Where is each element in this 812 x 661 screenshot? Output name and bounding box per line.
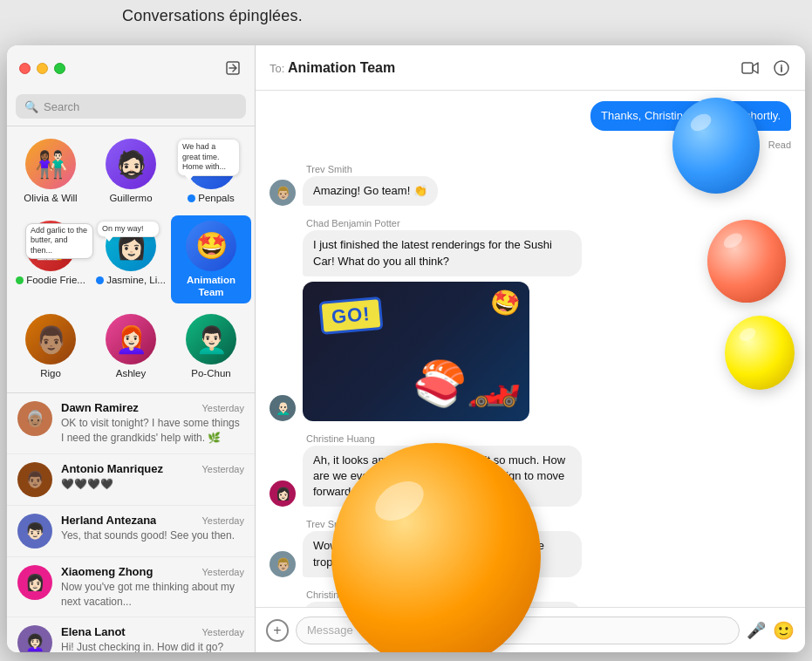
jasmine-dot: [96, 276, 104, 284]
pinned-avatar-animation: 🤩: [186, 221, 236, 271]
avatar-trev: 👨🏼: [270, 180, 296, 206]
info-icon[interactable]: [772, 58, 791, 78]
conv-time-herland: Yesterday: [201, 515, 244, 526]
pinned-grid-row3: 👨🏽 Rigo 👩🏻‍🦰 Ashley 👨🏻‍🦱 Po-Chun: [7, 307, 255, 393]
pinned-avatar-pochun: 👨🏻‍🦱: [186, 314, 236, 365]
pinned-name-penpals: Penpals: [188, 193, 235, 205]
conv-item-herland[interactable]: 👦🏻 Herland Antezana Yesterday Yes, that …: [7, 506, 255, 557]
pinned-avatar-olivia-will: 👩🏾‍🤝‍👨🏻: [25, 139, 76, 189]
foodie-dot: [16, 276, 24, 284]
conv-time-dawn: Yesterday: [201, 403, 244, 413]
msg-row-trev-1: 👨🏼 Amazing! Go team! 👏: [270, 176, 791, 206]
penpals-dot: [188, 194, 195, 202]
pinned-name-jasmine: Jasmine, Li...: [96, 275, 166, 287]
bubble-trev-2: Wow, Chad! I can really envision us taki…: [303, 531, 582, 576]
conv-content-dawn: Dawn Ramirez Yesterday OK to visit tonig…: [61, 401, 244, 446]
conv-preview-xiaomeng: Now you've got me thinking about my next…: [61, 580, 244, 610]
close-button[interactable]: [19, 63, 31, 74]
conv-preview-herland: Yes, that sounds good! See you then.: [61, 528, 244, 543]
msg-row-christine-1: 👩🏻 Ah, it looks amazing, Chad! I love it…: [270, 446, 791, 508]
chat-header: To: Animation Team: [256, 45, 805, 91]
conv-name-dawn: Dawn Ramirez: [61, 401, 139, 414]
minimize-button[interactable]: [37, 63, 48, 74]
msg-group-christine-1: Christine Huang 👩🏻 Ah, it looks amazing,…: [270, 433, 791, 508]
conv-item-elena[interactable]: 👩🏻‍🦱 Elena Lanot Yesterday Hi! Just chec…: [7, 617, 255, 652]
go-sticker: GO!: [318, 296, 383, 335]
sidebar-titlebar: [7, 45, 255, 91]
sender-christine-1: Christine Huang: [306, 433, 791, 444]
msg-group-trev-1: Trev Smith 👨🏼 Amazing! Go team! 👏: [270, 164, 791, 206]
conversation-list: 👵🏽 Dawn Ramirez Yesterday OK to visit to…: [7, 393, 255, 652]
sender-christine-2: Christine Huang: [306, 589, 791, 600]
search-input[interactable]: [44, 100, 237, 113]
conv-item-antonio[interactable]: 👨🏽 Antonio Manriquez Yesterday 🖤🖤🖤🖤: [7, 454, 255, 506]
bubble-outgoing-1: Thanks, Christine. I'll review shortly.: [590, 101, 791, 131]
pinned-item-rigo[interactable]: 👨🏽 Rigo: [10, 309, 91, 385]
emoji-picker-icon[interactable]: 🙂: [773, 620, 795, 641]
chat-to-label: To: Animation Team: [270, 60, 395, 76]
pinned-name-ashley: Ashley: [116, 368, 147, 380]
avatar-chad: 👨🏻‍🦲: [270, 395, 296, 421]
conv-avatar-dawn: 👵🏽: [17, 401, 52, 436]
pinned-name-rigo: Rigo: [40, 368, 61, 380]
conv-name-antonio: Antonio Manriquez: [61, 462, 163, 475]
app-window: 🔍 👩🏾‍🤝‍👨🏻 Olivia & Will 🧔🏻 Guillermo: [7, 45, 805, 652]
pinned-avatar-guillermo: 🧔🏻: [106, 139, 156, 189]
pinned-item-pochun[interactable]: 👨🏻‍🦱 Po-Chun: [171, 309, 251, 385]
chat-panel: To: Animation Team: [256, 45, 805, 652]
svg-rect-1: [742, 63, 753, 73]
sender-chad-1: Chad Benjamin Potter: [306, 218, 791, 228]
conv-time-antonio: Yesterday: [201, 464, 244, 474]
video-call-icon[interactable]: [740, 58, 760, 78]
conv-content-elena: Elena Lanot Yesterday Hi! Just checking …: [61, 625, 244, 652]
pinned-name-guillermo: Guillermo: [109, 193, 152, 205]
traffic-lights: [19, 63, 65, 74]
bubble-christine-1: Ah, it looks amazing, Chad! I love it so…: [303, 446, 582, 508]
audio-input-icon[interactable]: 🎤: [747, 621, 766, 640]
conv-avatar-xiaomeng: 👩🏻: [17, 565, 52, 600]
fullscreen-button[interactable]: [54, 63, 65, 74]
conv-avatar-elena: 👩🏻‍🦱: [17, 625, 52, 652]
pinned-item-jasmine[interactable]: 👩🏻 On my way! Jasmine, Li...: [91, 215, 171, 304]
search-bar[interactable]: 🔍: [16, 94, 246, 119]
messages-area: Thanks, Christine. I'll review shortly. …: [256, 91, 805, 607]
chat-header-actions: [740, 58, 791, 78]
conv-content-herland: Herland Antezana Yesterday Yes, that sou…: [61, 514, 244, 543]
pinned-grid-row2: 🧑‍🍳 Add garlic to the butter, and then..…: [7, 214, 255, 308]
conv-preview-dawn: OK to visit tonight? I have some things …: [61, 416, 244, 446]
message-input[interactable]: [296, 617, 740, 644]
conv-item-xiaomeng[interactable]: 👩🏻 Xiaomeng Zhong Yesterday Now you've g…: [7, 557, 255, 618]
bubble-chad-1: I just finished the latest renderings fo…: [303, 230, 582, 276]
star-sticker: 🤩: [487, 285, 523, 321]
conv-name-xiaomeng: Xiaomeng Zhong: [61, 565, 153, 578]
pinned-item-olivia-will[interactable]: 👩🏾‍🤝‍👨🏻 Olivia & Will: [10, 133, 91, 210]
conv-preview-elena: Hi! Just checking in. How did it go?: [61, 640, 244, 652]
pinned-item-guillermo[interactable]: 🧔🏻 Guillermo: [91, 133, 171, 210]
msg-group-christine-2: Christine Huang 👩🏻 Do you want to review…: [270, 589, 791, 607]
pinned-item-penpals[interactable]: ✉️ We had a great time. Home with... Pen…: [171, 133, 251, 210]
penpals-bubble: We had a great time. Home with...: [177, 139, 240, 176]
pinned-item-foodie[interactable]: 🧑‍🍳 Add garlic to the butter, and then..…: [10, 215, 91, 304]
sender-trev-2: Trev Smith: [306, 519, 791, 529]
conv-content-xiaomeng: Xiaomeng Zhong Yesterday Now you've got …: [61, 565, 244, 610]
foodie-notify: Add garlic to the butter, and then...: [25, 223, 93, 259]
msg-outgoing-1: Thanks, Christine. I'll review shortly.: [270, 101, 791, 131]
conv-preview-antonio: 🖤🖤🖤🖤: [61, 477, 244, 492]
pinned-item-ashley[interactable]: 👩🏻‍🦰 Ashley: [91, 309, 171, 385]
sushi-car-emoji: 🍣🏎️: [413, 358, 521, 409]
msg-row-trev-2: 👨🏼 Wow, Chad! I can really envision us t…: [270, 531, 791, 576]
msg-group-chad-1: Chad Benjamin Potter 👨🏻‍🦲 I just finishe…: [270, 218, 791, 420]
conv-name-herland: Herland Antezana: [61, 514, 156, 527]
compose-button[interactable]: [223, 58, 242, 78]
add-attachment-button[interactable]: +: [266, 619, 289, 642]
conv-time-elena: Yesterday: [201, 627, 244, 637]
jasmine-bubble: On my way!: [97, 221, 160, 238]
conv-item-dawn[interactable]: 👵🏽 Dawn Ramirez Yesterday OK to visit to…: [7, 393, 255, 454]
pinned-avatar-ashley: 👩🏻‍🦰: [106, 314, 156, 365]
pinned-name-animation-team: Animation Team: [174, 275, 248, 299]
conv-time-xiaomeng: Yesterday: [201, 567, 244, 577]
pinned-conversations-tooltip: Conversations épinglées.: [122, 7, 303, 25]
msg-row-chad-1: 👨🏻‍🦲 I just finished the latest renderin…: [270, 230, 791, 420]
pinned-item-animation-team[interactable]: 🤩 Animation Team: [171, 215, 251, 304]
conv-content-antonio: Antonio Manriquez Yesterday 🖤🖤🖤🖤: [61, 462, 244, 492]
